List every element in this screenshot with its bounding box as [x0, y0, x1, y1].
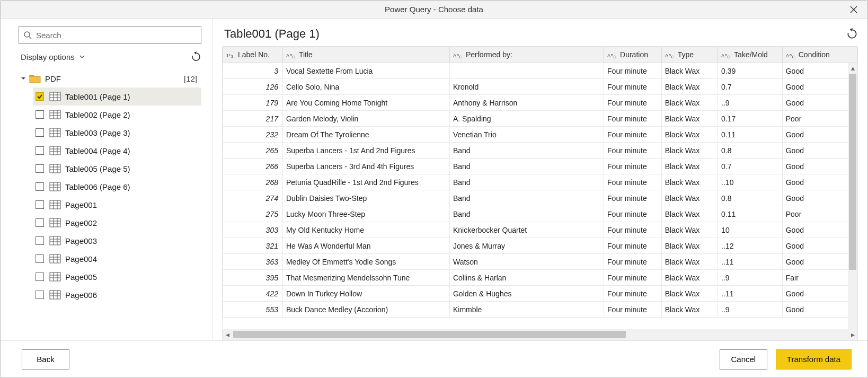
horizontal-scrollbar[interactable]: ◂ ▸	[223, 329, 857, 340]
table-cell: Four minute	[604, 79, 662, 95]
search-box[interactable]	[19, 26, 201, 44]
nav-item[interactable]: Table005 (Page 5)	[33, 160, 201, 178]
table-row[interactable]: 422Down In Turkey HollowGolden & HughesF…	[223, 286, 857, 302]
display-options-label: Display options	[21, 52, 75, 61]
column-header[interactable]: ABCDuration	[604, 47, 662, 63]
table-icon	[49, 92, 61, 101]
hscroll-thumb[interactable]	[233, 331, 626, 338]
nav-item[interactable]: Page005	[33, 268, 201, 286]
column-header[interactable]: ABCTake/Mold	[718, 47, 783, 63]
table-row[interactable]: 303My Old Kentucky HomeKnickerbocker Qua…	[223, 222, 857, 238]
table-row[interactable]: 266Superba Lancers - 3rd And 4th Figures…	[223, 159, 857, 174]
table-row[interactable]: 274Dublin Daisies Two-StepBandFour minut…	[223, 190, 857, 206]
scroll-left-arrow[interactable]: ◂	[223, 329, 232, 340]
nav-item[interactable]: Table002 (Page 2)	[33, 106, 201, 124]
vertical-scrollbar[interactable]: ▴	[848, 63, 857, 329]
checkbox[interactable]	[36, 236, 44, 245]
display-options-dropdown[interactable]: Display options	[21, 52, 85, 61]
table-cell: Four minute	[604, 95, 662, 111]
table-row[interactable]: 217Garden Melody, ViolinA. SpaldingFour …	[223, 111, 857, 127]
nav-item[interactable]: Table001 (Page 1)	[33, 87, 201, 106]
table-icon	[49, 200, 61, 209]
table-cell: Band	[449, 206, 604, 222]
column-header[interactable]: ABCType	[661, 47, 718, 63]
table-cell: ..12	[718, 238, 783, 254]
table-row[interactable]: 275Lucky Moon Three-StepBandFour minuteB…	[223, 206, 857, 222]
checkbox[interactable]	[36, 146, 44, 155]
table-cell: Golden & Hughes	[449, 286, 604, 302]
search-input[interactable]	[35, 30, 197, 40]
vscroll-thumb[interactable]	[849, 74, 856, 270]
table-cell: Four minute	[604, 127, 662, 143]
table-row[interactable]: 126Cello Solo, NinaKronoldFour minuteBla…	[223, 79, 857, 95]
table-row[interactable]: 268Petunia QuadRille - 1st And 2nd Figur…	[223, 174, 857, 190]
column-header[interactable]: ABCPerformed by:	[449, 47, 604, 63]
table-row[interactable]: 363Medley Of Emmett's Yodle SongsWatsonF…	[223, 254, 857, 270]
table-cell: Black Wax	[661, 286, 718, 302]
nav-item[interactable]: Table006 (Page 6)	[33, 178, 201, 196]
close-icon	[850, 6, 857, 13]
nav-item[interactable]: Page004	[33, 250, 201, 268]
checkbox[interactable]	[36, 218, 44, 227]
nav-item[interactable]: Page002	[33, 214, 201, 232]
refresh-nav-button[interactable]	[191, 51, 201, 62]
nav-item[interactable]: Page006	[33, 286, 201, 304]
transform-data-button[interactable]: Transform data	[776, 349, 852, 370]
table-cell: Venetian Trio	[449, 127, 604, 143]
table-cell: Poor	[782, 111, 857, 127]
nav-item-label: Table002 (Page 2)	[65, 110, 130, 119]
svg-rect-3	[50, 128, 60, 137]
checkbox[interactable]	[36, 92, 44, 101]
table-cell: Four minute	[604, 222, 662, 238]
column-header[interactable]: 123Label No.	[223, 47, 283, 63]
checkbox[interactable]	[36, 128, 44, 137]
nav-item[interactable]: Page003	[33, 232, 201, 250]
nav-item[interactable]: Table004 (Page 4)	[33, 142, 201, 160]
nav-item[interactable]: Table003 (Page 3)	[33, 124, 201, 142]
header-row: 123Label No.ABCTitleABCPerformed by:ABCD…	[223, 47, 857, 63]
checkbox[interactable]	[36, 110, 44, 119]
table-cell: Black Wax	[661, 63, 718, 79]
search-icon	[23, 31, 32, 39]
table-cell: Fair	[782, 270, 857, 286]
tree-root-pdf[interactable]: PDF [12]	[19, 69, 201, 87]
table-icon	[49, 164, 61, 173]
table-cell: Four minute	[604, 286, 662, 302]
svg-rect-4	[50, 146, 60, 155]
back-button[interactable]: Back	[22, 349, 69, 370]
nav-item[interactable]: Page001	[33, 196, 201, 214]
text-type-icon: ABC	[665, 52, 676, 59]
table-cell: Four minute	[604, 302, 662, 318]
checkbox[interactable]	[36, 254, 44, 263]
table-cell: Black Wax	[661, 127, 718, 143]
scroll-up-arrow[interactable]: ▴	[848, 63, 857, 73]
table-row[interactable]: 3Vocal Sextette From LuciaFour minuteBla…	[223, 63, 857, 79]
table-row[interactable]: 395That Mesmerizing Mendelssohn TuneColl…	[223, 270, 857, 286]
table-row[interactable]: 321He Was A Wonderful ManJones & MurrayF…	[223, 238, 857, 254]
column-header[interactable]: ABCCondition	[782, 47, 857, 63]
table-row[interactable]: 553Buck Dance Medley (Accorion)KimmbleFo…	[223, 302, 857, 318]
scroll-right-arrow[interactable]: ▸	[848, 329, 857, 340]
column-header[interactable]: ABCTitle	[282, 47, 449, 63]
table-row[interactable]: 265Superba Lancers - 1st And 2nd Figures…	[223, 143, 857, 159]
checkbox[interactable]	[36, 200, 44, 209]
checkbox[interactable]	[36, 182, 44, 191]
table-cell: Good	[782, 174, 857, 190]
table-row[interactable]: 179Are You Coming Home TonightAnthony & …	[223, 95, 857, 111]
cancel-button[interactable]: Cancel	[720, 349, 767, 370]
refresh-icon	[191, 51, 201, 62]
table-cell: Black Wax	[661, 95, 718, 111]
table-cell: 232	[223, 127, 283, 143]
checkbox[interactable]	[36, 291, 44, 299]
table-cell: 0.7	[718, 79, 783, 95]
checkbox[interactable]	[36, 164, 44, 173]
column-header-label: Take/Mold	[734, 50, 768, 59]
refresh-preview-button[interactable]	[846, 28, 858, 40]
table-row[interactable]: 232Dream Of The TyrolienneVenetian TrioF…	[223, 127, 857, 143]
table-cell: Four minute	[604, 254, 662, 270]
preview-title: Table001 (Page 1)	[224, 27, 320, 41]
checkbox[interactable]	[36, 272, 44, 281]
table-cell: Kronold	[449, 79, 604, 95]
close-button[interactable]	[843, 1, 864, 19]
table-cell: A. Spalding	[449, 111, 604, 127]
